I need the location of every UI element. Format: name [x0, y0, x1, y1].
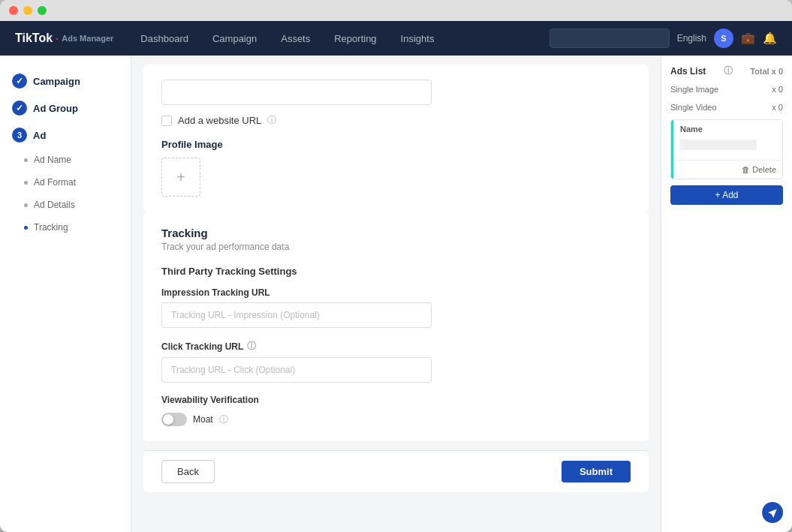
- avatar[interactable]: S: [714, 29, 733, 48]
- moat-toggle[interactable]: [161, 413, 187, 426]
- tracking-section: Tracking Track your ad performance data …: [143, 212, 649, 441]
- add-button[interactable]: + Add: [670, 185, 783, 205]
- bell-icon[interactable]: 🔔: [763, 32, 777, 45]
- profile-section-card: Add a website URL ⓘ Profile Image +: [143, 65, 649, 212]
- top-text-input[interactable]: [161, 80, 432, 105]
- click-url-info-icon[interactable]: ⓘ: [247, 340, 256, 353]
- language-selector[interactable]: English: [677, 33, 706, 44]
- toggle-knob: [163, 414, 173, 425]
- minimize-dot[interactable]: [23, 6, 32, 15]
- bullet-ad-details: [24, 203, 28, 207]
- click-url-field-label: Click Tracking URL ⓘ: [161, 340, 631, 353]
- single-video-row: Single Video x 0: [670, 101, 783, 113]
- nav-dashboard[interactable]: Dashboard: [136, 30, 193, 47]
- website-url-row: Add a website URL ⓘ: [161, 114, 631, 127]
- bullet-ad-format: [24, 181, 28, 185]
- maximize-dot[interactable]: [38, 6, 47, 15]
- top-nav: TikTok · Ads Manager Dashboard Campaign …: [0, 21, 792, 56]
- nav-insights[interactable]: Insights: [396, 30, 439, 47]
- back-button[interactable]: Back: [161, 460, 215, 483]
- tracking-sidebar-label: Tracking: [34, 222, 68, 233]
- total-label: Total x 0: [750, 67, 783, 76]
- tracking-description: Track your ad performance data: [161, 242, 631, 252]
- ads-list-label: Ads List: [670, 66, 706, 77]
- upload-plus-icon: +: [176, 169, 185, 186]
- sidebar-item-ad-group[interactable]: ✓ Ad Group: [0, 95, 131, 122]
- logo-tiktok-text: TikTok: [15, 32, 53, 45]
- logo: TikTok · Ads Manager: [15, 32, 113, 45]
- trash-icon: 🗑: [742, 165, 750, 174]
- bullet-tracking: [24, 226, 28, 230]
- moat-label: Moat: [193, 414, 213, 425]
- impression-url-field-label: Impression Tracking URL: [161, 287, 631, 298]
- right-panel: Ads List ⓘ Total x 0 Single Image x 0 Si…: [661, 56, 792, 532]
- nav-assets[interactable]: Assets: [276, 30, 315, 47]
- moat-info-icon[interactable]: ⓘ: [219, 413, 228, 426]
- moat-toggle-row: Moat ⓘ: [161, 413, 631, 426]
- submit-button[interactable]: Submit: [562, 461, 631, 482]
- main-content: Add a website URL ⓘ Profile Image + Trac…: [131, 56, 661, 532]
- single-image-count: x 0: [772, 85, 783, 94]
- website-url-info-icon[interactable]: ⓘ: [267, 114, 276, 127]
- click-url-label-text: Click Tracking URL: [161, 341, 243, 352]
- adgroup-check-icon: ✓: [12, 101, 27, 116]
- logo-sub-text: Ads Manager: [62, 34, 113, 43]
- ad-label: Ad: [33, 130, 46, 141]
- campaign-check-icon: ✓: [12, 74, 27, 89]
- search-input[interactable]: [550, 29, 670, 48]
- ads-list-header: Ads List ⓘ Total x 0: [670, 65, 783, 77]
- profile-image-upload[interactable]: +: [161, 158, 200, 197]
- delete-label: Delete: [752, 165, 776, 174]
- impression-url-input[interactable]: [161, 302, 432, 328]
- single-image-label: Single Image: [670, 85, 718, 94]
- ad-details-label: Ad Details: [34, 200, 75, 210]
- single-video-count: x 0: [772, 103, 783, 112]
- main-layout: ✓ Campaign ✓ Ad Group 3 Ad Ad Name: [0, 56, 792, 532]
- ads-list-info-icon[interactable]: ⓘ: [724, 65, 733, 77]
- fab-icon[interactable]: [762, 502, 783, 523]
- logo-dot: ·: [56, 32, 59, 45]
- adgroup-label: Ad Group: [33, 103, 78, 114]
- content-area: Add a website URL ⓘ Profile Image + Trac…: [131, 56, 792, 532]
- sidebar-item-tracking[interactable]: Tracking: [0, 216, 131, 239]
- sidebar-item-ad-details[interactable]: Ad Details: [0, 194, 131, 216]
- sidebar-item-ad-name[interactable]: Ad Name: [0, 149, 131, 171]
- bullet-ad-name: [24, 158, 28, 162]
- sidebar-item-ad-format[interactable]: Ad Format: [0, 171, 131, 194]
- ad-step-number: 3: [12, 128, 27, 143]
- click-url-input[interactable]: [161, 357, 432, 383]
- website-url-checkbox[interactable]: [161, 116, 172, 126]
- ad-preview-box: Name 🗑 Delete: [670, 119, 783, 179]
- ad-preview-name: [671, 134, 782, 160]
- viewability-label: Viewability Verification: [161, 395, 631, 405]
- campaign-label: Campaign: [33, 76, 80, 87]
- tracking-title: Tracking: [161, 227, 631, 239]
- app-window: TikTok · Ads Manager Dashboard Campaign …: [0, 0, 792, 532]
- third-party-title: Third Party Tracking Settings: [161, 266, 631, 277]
- delete-button[interactable]: 🗑 Delete: [742, 165, 776, 174]
- app-container: TikTok · Ads Manager Dashboard Campaign …: [0, 21, 792, 532]
- ad-format-label: Ad Format: [34, 177, 76, 188]
- nav-right: English S 💼 🔔: [550, 29, 777, 48]
- nav-campaign[interactable]: Campaign: [208, 30, 261, 47]
- briefcase-icon[interactable]: 💼: [741, 32, 755, 45]
- nav-links: Dashboard Campaign Assets Reporting Insi…: [136, 30, 526, 47]
- profile-image-label: Profile Image: [161, 139, 631, 150]
- title-bar: [0, 0, 792, 21]
- name-col-header: Name: [671, 120, 782, 134]
- bottom-bar: Back Submit: [143, 450, 649, 492]
- close-dot[interactable]: [9, 6, 18, 15]
- ad-preview-actions: 🗑 Delete: [671, 160, 782, 179]
- preview-accent: [671, 120, 673, 179]
- website-url-label: Add a website URL: [178, 115, 261, 126]
- impression-url-label-text: Impression Tracking URL: [161, 287, 270, 298]
- single-image-row: Single Image x 0: [670, 83, 783, 95]
- sidebar-item-campaign[interactable]: ✓ Campaign: [0, 68, 131, 95]
- ad-name-label: Ad Name: [34, 155, 71, 165]
- sidebar: ✓ Campaign ✓ Ad Group 3 Ad Ad Name: [0, 56, 131, 532]
- single-video-label: Single Video: [670, 103, 717, 112]
- sidebar-item-ad[interactable]: 3 Ad: [0, 122, 131, 149]
- nav-reporting[interactable]: Reporting: [330, 30, 381, 47]
